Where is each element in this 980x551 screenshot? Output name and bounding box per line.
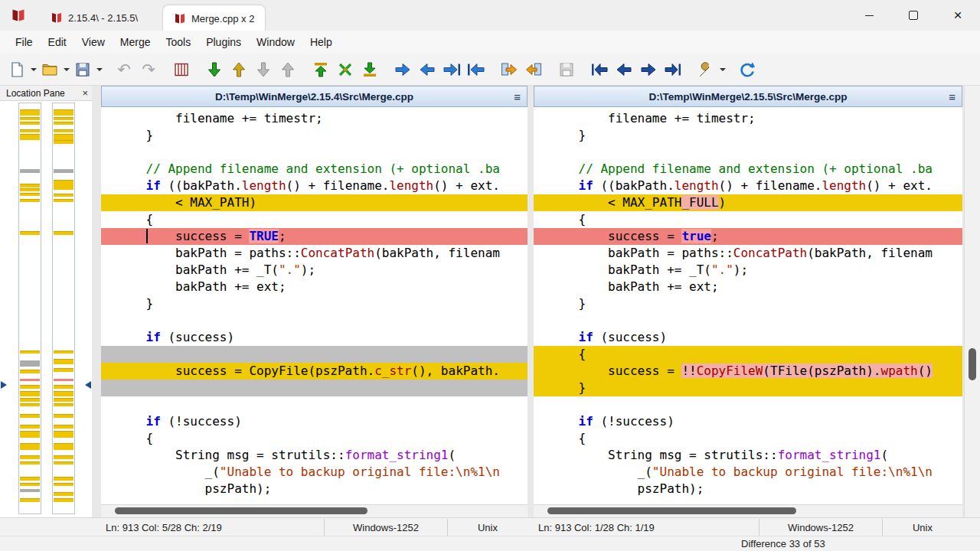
location-diff-bar[interactable] bbox=[54, 169, 74, 173]
code-line[interactable] bbox=[534, 144, 962, 161]
vscroll-thumb[interactable] bbox=[969, 348, 976, 380]
location-diff-bar[interactable] bbox=[54, 140, 74, 144]
location-diff-bar[interactable] bbox=[20, 117, 40, 120]
location-diff-bar[interactable] bbox=[20, 414, 40, 418]
location-diff-bar[interactable] bbox=[20, 425, 40, 429]
code-line[interactable]: { bbox=[534, 211, 962, 228]
location-diff-bar[interactable] bbox=[20, 231, 40, 235]
code-line[interactable] bbox=[534, 396, 962, 413]
location-diff-bar[interactable] bbox=[20, 385, 40, 389]
left-pane-header[interactable]: D:\Temp\WinMerge\2.15.4\Src\Merge.cpp ≡ bbox=[101, 86, 528, 107]
code-line[interactable]: } bbox=[101, 295, 528, 312]
location-pane-header[interactable]: Location Pane × bbox=[0, 86, 92, 101]
new-button[interactable] bbox=[5, 58, 28, 81]
location-diff-bar[interactable] bbox=[54, 461, 74, 465]
code-line[interactable]: < MAX_PATH_FULL) bbox=[534, 194, 962, 211]
location-diff-bar[interactable] bbox=[54, 492, 74, 496]
maximize-button[interactable] bbox=[891, 0, 936, 31]
left-pane-menu-icon[interactable]: ≡ bbox=[514, 86, 521, 108]
location-diff-bar[interactable] bbox=[20, 129, 40, 132]
menu-item-help[interactable]: Help bbox=[302, 31, 340, 54]
location-diff-bar[interactable] bbox=[54, 414, 74, 418]
location-diff-bar[interactable] bbox=[54, 180, 74, 190]
open-button[interactable] bbox=[38, 58, 61, 81]
code-line[interactable]: } bbox=[534, 295, 962, 312]
code-line[interactable]: pszPath); bbox=[101, 481, 528, 497]
location-diff-bar[interactable] bbox=[20, 370, 40, 373]
location-diff-bar[interactable] bbox=[54, 398, 74, 402]
current-difference-button[interactable] bbox=[334, 58, 357, 81]
code-line[interactable]: bakPath = paths::ConcatPath(bakPath, fil… bbox=[101, 245, 528, 262]
menu-item-tools[interactable]: Tools bbox=[158, 31, 198, 54]
code-line[interactable]: bakPath += _T("."); bbox=[534, 262, 962, 279]
location-diff-bar[interactable] bbox=[20, 483, 40, 486]
right-pane-header[interactable]: D:\Temp\WinMerge\2.15.5\Src\Merge.cpp ≡ bbox=[534, 86, 962, 107]
menu-item-edit[interactable]: Edit bbox=[41, 31, 74, 54]
location-column-left[interactable] bbox=[18, 103, 41, 514]
next-conflict-button[interactable] bbox=[252, 58, 275, 81]
location-diff-bar[interactable] bbox=[54, 477, 74, 481]
location-diff-bar[interactable] bbox=[54, 231, 74, 235]
previous-conflict-button[interactable] bbox=[276, 58, 299, 81]
copy-all-left-button[interactable] bbox=[522, 58, 545, 81]
code-line[interactable]: } bbox=[101, 127, 528, 144]
vertical-scrollbar[interactable] bbox=[964, 86, 980, 517]
location-diff-bar[interactable] bbox=[54, 498, 74, 502]
refresh-button[interactable] bbox=[736, 58, 759, 81]
code-line[interactable]: if (success) bbox=[534, 329, 962, 346]
location-diff-bar[interactable] bbox=[20, 477, 40, 481]
menu-item-merge[interactable]: Merge bbox=[113, 31, 158, 54]
location-diff-bar[interactable] bbox=[20, 188, 40, 191]
copy-right-advance-button[interactable] bbox=[440, 58, 463, 81]
location-diff-bar[interactable] bbox=[54, 385, 74, 389]
open-dropdown-button[interactable] bbox=[62, 58, 70, 81]
location-diff-bar[interactable] bbox=[20, 398, 40, 402]
code-line[interactable] bbox=[534, 312, 962, 329]
redo-button[interactable]: ↷ bbox=[137, 58, 160, 81]
select-files-button[interactable] bbox=[170, 58, 193, 81]
code-line[interactable]: } bbox=[534, 127, 962, 144]
last-file-button[interactable] bbox=[662, 58, 684, 81]
code-line[interactable] bbox=[101, 144, 528, 161]
code-line[interactable]: if ((bakPath.length() + filename.length(… bbox=[101, 178, 528, 194]
location-diff-bar[interactable] bbox=[54, 403, 74, 406]
copy-left-button[interactable] bbox=[416, 58, 439, 81]
code-line[interactable]: { bbox=[534, 346, 962, 363]
location-diff-bar[interactable] bbox=[20, 431, 40, 438]
save-button[interactable] bbox=[71, 58, 94, 81]
location-diff-bar[interactable] bbox=[20, 443, 40, 450]
code-line[interactable]: success = !!CopyFileW(TFile(pszPath).wpa… bbox=[534, 363, 962, 380]
code-line[interactable]: pszPath); bbox=[534, 481, 962, 497]
save-dropdown-button[interactable] bbox=[95, 58, 103, 81]
pane-splitter[interactable] bbox=[528, 86, 534, 517]
location-column-right[interactable] bbox=[52, 103, 75, 514]
location-diff-bar[interactable] bbox=[20, 134, 40, 140]
location-diff-bar[interactable] bbox=[54, 391, 74, 396]
first-difference-button[interactable] bbox=[309, 58, 332, 81]
tab-merge-cpp[interactable]: Merge.cpp x 2 bbox=[162, 5, 266, 31]
location-diff-bar[interactable] bbox=[54, 194, 74, 197]
code-line[interactable]: bakPath = paths::ConcatPath(bakPath, fil… bbox=[534, 245, 962, 262]
location-diff-bar[interactable] bbox=[54, 455, 74, 459]
code-line[interactable]: if (!success) bbox=[101, 413, 528, 430]
copy-all-right-button[interactable] bbox=[498, 58, 521, 81]
close-button[interactable]: × bbox=[936, 0, 980, 31]
code-line[interactable]: bakPath += ext; bbox=[101, 279, 528, 295]
code-line[interactable] bbox=[101, 346, 528, 363]
plugins-button[interactable] bbox=[694, 58, 717, 81]
menu-item-view[interactable]: View bbox=[74, 31, 113, 54]
code-line[interactable]: } bbox=[534, 380, 962, 396]
auto-merge-button[interactable] bbox=[555, 58, 578, 81]
right-horizontal-scrollbar[interactable] bbox=[534, 504, 962, 517]
code-line[interactable]: filename += timestr; bbox=[534, 110, 962, 127]
location-diff-bar[interactable] bbox=[54, 431, 74, 438]
location-diff-bar[interactable] bbox=[20, 122, 40, 125]
copy-left-advance-button[interactable] bbox=[465, 58, 488, 81]
left-hscroll-thumb[interactable] bbox=[115, 507, 368, 514]
code-line[interactable]: _("Unable to backup original file:\n%1\n bbox=[101, 464, 528, 481]
location-diff-bar[interactable] bbox=[54, 134, 74, 140]
code-line[interactable]: String msg = strutils::format_string1( bbox=[101, 447, 528, 464]
code-line[interactable]: if (success) bbox=[101, 329, 528, 346]
location-diff-bar[interactable] bbox=[20, 489, 40, 492]
code-line[interactable]: success = true; bbox=[534, 228, 962, 245]
